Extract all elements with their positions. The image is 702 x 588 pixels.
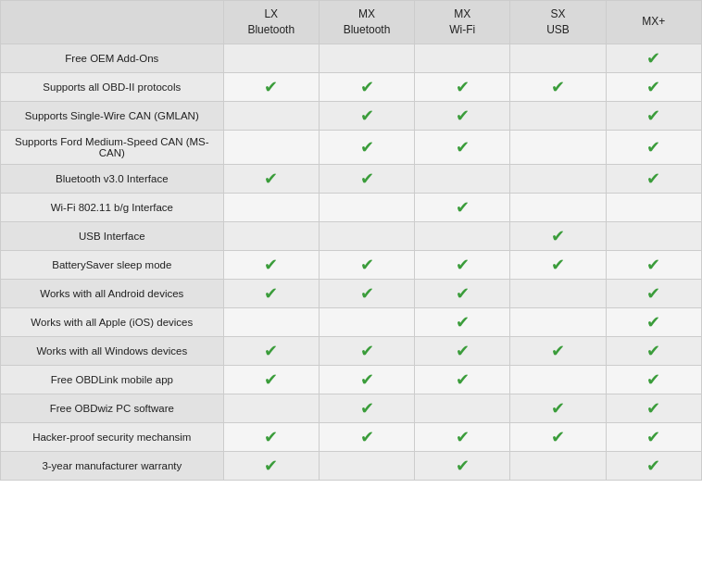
feature-label: Supports Single-Wire CAN (GMLAN)	[1, 101, 224, 130]
check-cell-row6-col1	[319, 221, 414, 250]
check-cell-row5-col0	[223, 193, 319, 221]
table-row: Supports Single-Wire CAN (GMLAN)✔✔✔	[1, 101, 702, 130]
check-cell-row11-col1: ✔	[319, 365, 414, 394]
check-cell-row11-col4: ✔	[606, 365, 701, 394]
check-icon: ✔	[360, 106, 374, 125]
check-cell-row2-col4: ✔	[606, 101, 701, 130]
check-icon: ✔	[264, 428, 278, 446]
check-icon: ✔	[456, 198, 470, 217]
feature-label: Works with all Android devices	[1, 279, 224, 307]
check-icon: ✔	[646, 169, 660, 188]
check-cell-row7-col4: ✔	[606, 250, 701, 279]
check-icon: ✔	[646, 313, 660, 332]
check-cell-row14-col4: ✔	[606, 451, 701, 480]
check-cell-row13-col2: ✔	[415, 422, 510, 451]
check-cell-row10-col0: ✔	[223, 336, 319, 365]
check-cell-row1-col2: ✔	[415, 72, 510, 101]
feature-label: USB Interface	[1, 221, 224, 250]
header-feature-col	[1, 1, 224, 44]
check-cell-row3-col3	[510, 130, 606, 164]
feature-label: BatterySaver sleep mode	[1, 250, 224, 279]
check-cell-row0-col3	[510, 44, 606, 72]
header-col-sx_usb: SXUSB	[510, 1, 606, 44]
check-cell-row0-col1	[319, 44, 414, 72]
feature-label: Supports Ford Medium-Speed CAN (MS-CAN)	[1, 130, 224, 164]
check-cell-row4-col1: ✔	[319, 164, 414, 193]
check-icon: ✔	[264, 78, 278, 96]
check-cell-row5-col4	[606, 193, 701, 221]
check-cell-row2-col2: ✔	[415, 101, 510, 130]
table-row: BatterySaver sleep mode✔✔✔✔✔	[1, 250, 702, 279]
check-icon: ✔	[264, 370, 278, 389]
feature-label: 3-year manufacturer warranty	[1, 451, 224, 480]
feature-label: Works with all Windows devices	[1, 336, 224, 365]
feature-label: Free OBDwiz PC software	[1, 394, 224, 422]
check-cell-row4-col3	[510, 164, 606, 193]
table-row: Works with all Android devices✔✔✔✔	[1, 279, 702, 307]
check-icon: ✔	[551, 428, 565, 446]
check-cell-row1-col3: ✔	[510, 72, 606, 101]
table-row: Works with all Apple (iOS) devices✔✔	[1, 307, 702, 336]
table-row: USB Interface✔	[1, 221, 702, 250]
check-icon: ✔	[264, 284, 278, 303]
check-cell-row11-col2: ✔	[415, 365, 510, 394]
table-row: Works with all Windows devices✔✔✔✔✔	[1, 336, 702, 365]
check-cell-row4-col2	[415, 164, 510, 193]
check-icon: ✔	[646, 399, 660, 418]
check-icon: ✔	[646, 284, 660, 303]
check-cell-row6-col3: ✔	[510, 221, 606, 250]
check-cell-row11-col3	[510, 365, 606, 394]
check-icon: ✔	[646, 342, 660, 360]
header-col-mx_plus: MX+	[606, 1, 701, 44]
check-cell-row12-col4: ✔	[606, 394, 701, 422]
check-icon: ✔	[264, 169, 278, 188]
check-icon: ✔	[456, 370, 470, 389]
check-icon: ✔	[360, 399, 374, 418]
check-icon: ✔	[456, 284, 470, 303]
check-cell-row9-col0	[223, 307, 319, 336]
check-cell-row9-col2: ✔	[415, 307, 510, 336]
check-cell-row3-col1: ✔	[319, 130, 414, 164]
table-row: Free OBDLink mobile app✔✔✔✔	[1, 365, 702, 394]
check-cell-row5-col3	[510, 193, 606, 221]
table-row: Bluetooth v3.0 Interface✔✔✔	[1, 164, 702, 193]
check-cell-row0-col2	[415, 44, 510, 72]
check-cell-row6-col2	[415, 221, 510, 250]
check-icon: ✔	[646, 457, 660, 475]
table-row: Free OEM Add-Ons✔	[1, 44, 702, 72]
header-col-lx_bt: LXBluetooth	[223, 1, 319, 44]
check-cell-row2-col1: ✔	[319, 101, 414, 130]
check-icon: ✔	[456, 342, 470, 360]
check-icon: ✔	[360, 256, 374, 274]
check-cell-row5-col2: ✔	[415, 193, 510, 221]
check-cell-row8-col4: ✔	[606, 279, 701, 307]
check-icon: ✔	[551, 78, 565, 96]
check-icon: ✔	[551, 256, 565, 274]
header-col-mx_bt: MXBluetooth	[319, 1, 414, 44]
header-col-mx_wifi: MXWi-Fi	[415, 1, 510, 44]
table-row: 3-year manufacturer warranty✔✔✔	[1, 451, 702, 480]
feature-label: Bluetooth v3.0 Interface	[1, 164, 224, 193]
feature-label: Hacker-proof security mechansim	[1, 422, 224, 451]
feature-label: Free OBDLink mobile app	[1, 365, 224, 394]
check-icon: ✔	[360, 284, 374, 303]
table-row: Free OBDwiz PC software✔✔✔	[1, 394, 702, 422]
check-cell-row12-col1: ✔	[319, 394, 414, 422]
check-icon: ✔	[360, 138, 374, 156]
check-icon: ✔	[646, 256, 660, 274]
check-cell-row6-col0	[223, 221, 319, 250]
check-cell-row3-col4: ✔	[606, 130, 701, 164]
check-cell-row11-col0: ✔	[223, 365, 319, 394]
check-cell-row4-col0: ✔	[223, 164, 319, 193]
check-cell-row14-col2: ✔	[415, 451, 510, 480]
check-cell-row0-col4: ✔	[606, 44, 701, 72]
check-cell-row2-col0	[223, 101, 319, 130]
check-icon: ✔	[551, 399, 565, 418]
check-cell-row1-col1: ✔	[319, 72, 414, 101]
check-cell-row10-col4: ✔	[606, 336, 701, 365]
check-icon: ✔	[264, 457, 278, 475]
check-cell-row10-col2: ✔	[415, 336, 510, 365]
check-cell-row12-col0	[223, 394, 319, 422]
check-cell-row7-col1: ✔	[319, 250, 414, 279]
check-icon: ✔	[551, 342, 565, 360]
